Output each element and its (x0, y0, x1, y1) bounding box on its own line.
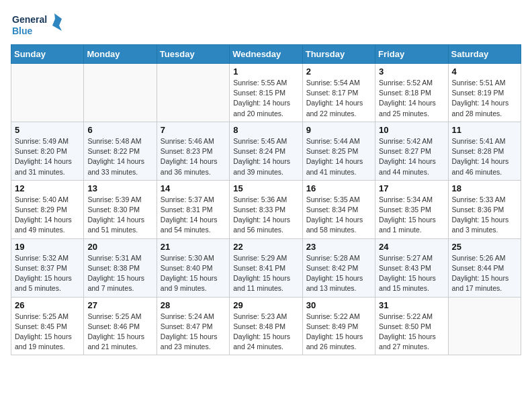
day-of-week-header: Tuesday (157, 45, 229, 64)
calendar-header-row: SundayMondayTuesdayWednesdayThursdayFrid… (11, 45, 521, 64)
calendar-day-cell: 27Sunrise: 5:25 AM Sunset: 8:46 PM Dayli… (84, 297, 157, 355)
day-info: Sunrise: 5:46 AM Sunset: 8:23 PM Dayligh… (161, 136, 226, 177)
day-number: 23 (306, 242, 371, 252)
day-info: Sunrise: 5:30 AM Sunset: 8:40 PM Dayligh… (161, 253, 226, 294)
calendar-day-cell: 23Sunrise: 5:28 AM Sunset: 8:42 PM Dayli… (302, 238, 375, 297)
calendar-week-row: 19Sunrise: 5:32 AM Sunset: 8:37 PM Dayli… (11, 238, 521, 297)
calendar-table: SundayMondayTuesdayWednesdayThursdayFrid… (11, 44, 521, 355)
day-number: 29 (233, 300, 298, 310)
page-header: GeneralBlue (11, 11, 521, 38)
day-of-week-header: Thursday (302, 45, 375, 64)
day-number: 6 (87, 125, 152, 135)
day-number: 8 (233, 125, 298, 135)
calendar-day-cell: 14Sunrise: 5:37 AM Sunset: 8:31 PM Dayli… (157, 180, 229, 238)
day-number: 4 (452, 66, 517, 77)
day-info: Sunrise: 5:40 AM Sunset: 8:29 PM Dayligh… (15, 195, 80, 236)
day-of-week-header: Sunday (11, 45, 84, 64)
day-info: Sunrise: 5:39 AM Sunset: 8:30 PM Dayligh… (87, 195, 152, 236)
day-number: 22 (233, 242, 298, 252)
calendar-day-cell: 28Sunrise: 5:24 AM Sunset: 8:47 PM Dayli… (157, 297, 229, 355)
day-info: Sunrise: 5:23 AM Sunset: 8:48 PM Dayligh… (233, 312, 298, 353)
day-of-week-header: Saturday (448, 45, 521, 64)
day-number: 19 (15, 242, 80, 252)
day-of-week-header: Wednesday (230, 45, 302, 64)
day-info: Sunrise: 5:48 AM Sunset: 8:22 PM Dayligh… (87, 136, 152, 177)
day-number: 1 (233, 66, 298, 77)
day-info: Sunrise: 5:26 AM Sunset: 8:44 PM Dayligh… (452, 253, 517, 294)
day-number: 26 (15, 300, 80, 310)
calendar-day-cell: 3Sunrise: 5:52 AM Sunset: 8:18 PM Daylig… (375, 64, 448, 122)
day-number: 21 (161, 242, 226, 252)
day-number: 27 (87, 300, 152, 310)
calendar-week-row: 26Sunrise: 5:25 AM Sunset: 8:45 PM Dayli… (11, 297, 521, 355)
day-info: Sunrise: 5:41 AM Sunset: 8:28 PM Dayligh… (452, 136, 517, 177)
day-number: 24 (379, 242, 444, 252)
calendar-week-row: 1Sunrise: 5:55 AM Sunset: 8:15 PM Daylig… (11, 64, 521, 122)
calendar-day-cell: 21Sunrise: 5:30 AM Sunset: 8:40 PM Dayli… (157, 238, 229, 297)
day-info: Sunrise: 5:29 AM Sunset: 8:41 PM Dayligh… (233, 253, 298, 294)
day-number: 2 (306, 66, 371, 77)
calendar-day-cell: 24Sunrise: 5:27 AM Sunset: 8:43 PM Dayli… (375, 238, 448, 297)
calendar-week-row: 12Sunrise: 5:40 AM Sunset: 8:29 PM Dayli… (11, 180, 521, 238)
calendar-day-cell: 25Sunrise: 5:26 AM Sunset: 8:44 PM Dayli… (448, 238, 521, 297)
day-info: Sunrise: 5:24 AM Sunset: 8:47 PM Dayligh… (161, 312, 226, 353)
calendar-day-cell: 2Sunrise: 5:54 AM Sunset: 8:17 PM Daylig… (302, 64, 375, 122)
calendar-day-cell: 11Sunrise: 5:41 AM Sunset: 8:28 PM Dayli… (448, 122, 521, 180)
day-number: 13 (87, 183, 152, 193)
day-info: Sunrise: 5:49 AM Sunset: 8:20 PM Dayligh… (15, 136, 80, 177)
day-number: 17 (379, 183, 444, 193)
calendar-day-cell: 4Sunrise: 5:51 AM Sunset: 8:19 PM Daylig… (448, 64, 521, 122)
calendar-day-cell: 29Sunrise: 5:23 AM Sunset: 8:48 PM Dayli… (230, 297, 302, 355)
day-info: Sunrise: 5:31 AM Sunset: 8:38 PM Dayligh… (87, 253, 152, 294)
calendar-day-cell: 31Sunrise: 5:22 AM Sunset: 8:50 PM Dayli… (375, 297, 448, 355)
calendar-week-row: 5Sunrise: 5:49 AM Sunset: 8:20 PM Daylig… (11, 122, 521, 180)
calendar-day-cell: 6Sunrise: 5:48 AM Sunset: 8:22 PM Daylig… (84, 122, 157, 180)
day-number: 28 (161, 300, 226, 310)
day-of-week-header: Friday (375, 45, 448, 64)
calendar-day-cell: 1Sunrise: 5:55 AM Sunset: 8:15 PM Daylig… (230, 64, 302, 122)
logo-icon: GeneralBlue (11, 11, 64, 38)
svg-text:General: General (12, 14, 47, 25)
calendar-day-cell (157, 64, 229, 122)
day-number: 18 (452, 183, 517, 193)
day-number: 3 (379, 66, 444, 77)
day-info: Sunrise: 5:22 AM Sunset: 8:50 PM Dayligh… (379, 312, 444, 353)
calendar-day-cell: 26Sunrise: 5:25 AM Sunset: 8:45 PM Dayli… (11, 297, 84, 355)
day-info: Sunrise: 5:28 AM Sunset: 8:42 PM Dayligh… (306, 253, 371, 294)
calendar-day-cell: 20Sunrise: 5:31 AM Sunset: 8:38 PM Dayli… (84, 238, 157, 297)
calendar-day-cell: 9Sunrise: 5:44 AM Sunset: 8:25 PM Daylig… (302, 122, 375, 180)
day-info: Sunrise: 5:55 AM Sunset: 8:15 PM Dayligh… (233, 78, 298, 119)
day-number: 25 (452, 242, 517, 252)
logo: GeneralBlue (11, 11, 64, 38)
calendar-day-cell: 19Sunrise: 5:32 AM Sunset: 8:37 PM Dayli… (11, 238, 84, 297)
day-of-week-header: Monday (84, 45, 157, 64)
day-number: 14 (161, 183, 226, 193)
day-number: 7 (161, 125, 226, 135)
calendar-day-cell (448, 297, 521, 355)
day-info: Sunrise: 5:44 AM Sunset: 8:25 PM Dayligh… (306, 136, 371, 177)
day-number: 31 (379, 300, 444, 310)
day-number: 9 (306, 125, 371, 135)
svg-marker-2 (52, 13, 62, 31)
day-info: Sunrise: 5:22 AM Sunset: 8:49 PM Dayligh… (306, 312, 371, 353)
calendar-day-cell: 16Sunrise: 5:35 AM Sunset: 8:34 PM Dayli… (302, 180, 375, 238)
calendar-day-cell: 22Sunrise: 5:29 AM Sunset: 8:41 PM Dayli… (230, 238, 302, 297)
calendar-day-cell: 15Sunrise: 5:36 AM Sunset: 8:33 PM Dayli… (230, 180, 302, 238)
calendar-day-cell: 17Sunrise: 5:34 AM Sunset: 8:35 PM Dayli… (375, 180, 448, 238)
day-number: 5 (15, 125, 80, 135)
day-info: Sunrise: 5:42 AM Sunset: 8:27 PM Dayligh… (379, 136, 444, 177)
day-info: Sunrise: 5:25 AM Sunset: 8:46 PM Dayligh… (87, 312, 152, 353)
calendar-day-cell: 8Sunrise: 5:45 AM Sunset: 8:24 PM Daylig… (230, 122, 302, 180)
day-info: Sunrise: 5:33 AM Sunset: 8:36 PM Dayligh… (452, 195, 517, 236)
day-info: Sunrise: 5:51 AM Sunset: 8:19 PM Dayligh… (452, 78, 517, 119)
calendar-day-cell: 13Sunrise: 5:39 AM Sunset: 8:30 PM Dayli… (84, 180, 157, 238)
calendar-day-cell (84, 64, 157, 122)
day-info: Sunrise: 5:54 AM Sunset: 8:17 PM Dayligh… (306, 78, 371, 119)
day-number: 11 (452, 125, 517, 135)
day-number: 20 (87, 242, 152, 252)
day-number: 12 (15, 183, 80, 193)
day-info: Sunrise: 5:45 AM Sunset: 8:24 PM Dayligh… (233, 136, 298, 177)
day-info: Sunrise: 5:32 AM Sunset: 8:37 PM Dayligh… (15, 253, 80, 294)
svg-text:Blue: Blue (12, 26, 33, 36)
calendar-day-cell: 7Sunrise: 5:46 AM Sunset: 8:23 PM Daylig… (157, 122, 229, 180)
